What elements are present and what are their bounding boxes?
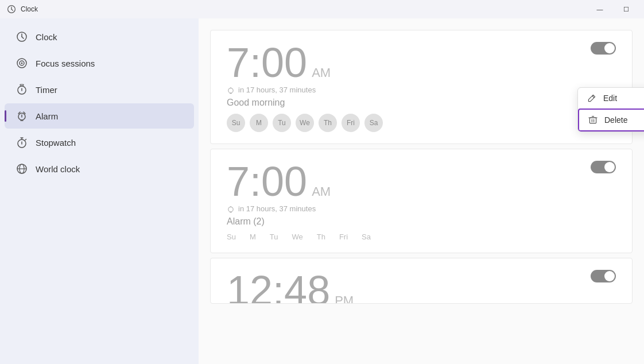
app-title: Clock bbox=[21, 5, 38, 13]
minimize-button[interactable]: — bbox=[587, 0, 613, 18]
alarm-2-until: in 17 hours, 37 minutes bbox=[227, 204, 616, 213]
sidebar-timer-label: Timer bbox=[36, 85, 57, 95]
day-su: Su bbox=[227, 114, 245, 132]
day-2-sa: Sa bbox=[362, 233, 371, 241]
svg-line-21 bbox=[592, 96, 594, 98]
sidebar: Clock Focus sessions Timer bbox=[0, 18, 199, 364]
timer-icon bbox=[16, 84, 28, 95]
context-menu-edit[interactable]: Edit bbox=[578, 88, 644, 109]
alarm-1-ampm: AM bbox=[312, 67, 331, 79]
day-2-fri: Fri bbox=[339, 233, 348, 241]
sidebar-item-focus[interactable]: Focus sessions bbox=[5, 51, 194, 76]
sidebar-stopwatch-label: Stopwatch bbox=[36, 138, 76, 148]
bell-icon-1 bbox=[227, 86, 235, 94]
alarm-1-days: Su M Tu We Th Fri Sa bbox=[227, 114, 616, 132]
alarm-1-toggle-knob bbox=[604, 43, 615, 53]
sidebar-focus-label: Focus sessions bbox=[36, 59, 95, 68]
edit-icon bbox=[587, 94, 596, 103]
day-2-tu: Tu bbox=[270, 233, 278, 241]
delete-label: Delete bbox=[604, 115, 627, 125]
svg-rect-9 bbox=[20, 84, 24, 86]
worldclock-icon bbox=[16, 163, 28, 175]
alarm-2-toggle-knob bbox=[604, 162, 615, 172]
day-2-we: We bbox=[292, 233, 302, 241]
sidebar-clock-label: Clock bbox=[36, 32, 57, 42]
sidebar-item-alarm[interactable]: Alarm bbox=[5, 103, 194, 129]
app-body: Clock Focus sessions Timer bbox=[0, 18, 644, 364]
alarm-card-2: 7:00 AM in 17 hours, 37 minutes Alarm (2… bbox=[210, 149, 633, 253]
app-icon bbox=[7, 5, 16, 14]
day-we: We bbox=[296, 114, 314, 132]
edit-label: Edit bbox=[603, 94, 617, 103]
alarm-2-toggle[interactable] bbox=[591, 161, 616, 173]
title-bar: Clock — ☐ bbox=[0, 0, 644, 18]
alarm-3-time-value: 12:48 bbox=[227, 270, 330, 304]
main-content: 7:00 AM in 17 hours, 37 minutes Good mor… bbox=[199, 18, 644, 364]
svg-point-8 bbox=[21, 63, 23, 64]
alarm-2-time-value: 7:00 bbox=[227, 161, 307, 202]
svg-line-16 bbox=[25, 140, 26, 141]
alarm-2-days: Su M Tu We Th Fri Sa bbox=[227, 233, 616, 241]
window-controls: — ☐ bbox=[587, 0, 639, 18]
alarm-card-3: 12:48 PM bbox=[210, 258, 633, 304]
sidebar-item-stopwatch[interactable]: Stopwatch bbox=[5, 130, 194, 155]
day-2-m: M bbox=[250, 233, 256, 241]
alarm-1-until-text: in 17 hours, 37 minutes bbox=[238, 86, 316, 94]
alarm-2-time: 7:00 AM bbox=[227, 161, 616, 202]
day-sa: Sa bbox=[364, 114, 383, 132]
sidebar-worldclock-label: World clock bbox=[36, 164, 80, 174]
alarm-1-toggle[interactable] bbox=[591, 42, 616, 55]
alarm-1-until: in 17 hours, 37 minutes bbox=[227, 86, 616, 94]
alarm-card-1: 7:00 AM in 17 hours, 37 minutes Good mor… bbox=[210, 30, 633, 144]
sidebar-item-clock[interactable]: Clock bbox=[5, 24, 194, 49]
title-bar-left: Clock bbox=[7, 5, 38, 14]
alarm-1-time-value: 7:00 bbox=[227, 42, 307, 83]
alarm-icon bbox=[16, 110, 28, 122]
focus-icon bbox=[16, 57, 28, 69]
day-fri: Fri bbox=[342, 114, 360, 132]
alarm-2-until-text: in 17 hours, 37 minutes bbox=[238, 204, 316, 213]
alarm-2-name: Alarm (2) bbox=[227, 216, 616, 227]
day-m: M bbox=[250, 114, 268, 132]
alarm-1-time: 7:00 AM bbox=[227, 42, 616, 83]
day-th: Th bbox=[319, 114, 337, 132]
alarm-3-toggle-knob bbox=[604, 271, 615, 281]
day-2-th: Th bbox=[317, 233, 325, 241]
maximize-button[interactable]: ☐ bbox=[613, 0, 639, 18]
sidebar-alarm-label: Alarm bbox=[36, 111, 58, 121]
svg-line-5 bbox=[22, 37, 24, 38]
alarm-3-toggle[interactable] bbox=[591, 270, 616, 282]
stopwatch-icon bbox=[16, 137, 28, 148]
sidebar-item-worldclock[interactable]: World clock bbox=[5, 156, 194, 181]
alarm-3-ampm: PM bbox=[335, 295, 354, 304]
day-2-su: Su bbox=[227, 233, 236, 241]
alarm-1-name: Good morning bbox=[227, 98, 616, 108]
svg-line-2 bbox=[11, 9, 13, 10]
svg-rect-22 bbox=[589, 118, 596, 123]
day-tu: Tu bbox=[273, 114, 291, 132]
alarm-3-time: 12:48 PM bbox=[227, 270, 616, 304]
context-menu: Edit Delete bbox=[577, 87, 644, 132]
bell-icon-2 bbox=[227, 205, 235, 213]
trash-icon bbox=[588, 115, 598, 125]
alarm-2-ampm: AM bbox=[312, 185, 331, 198]
context-menu-delete[interactable]: Delete bbox=[578, 109, 644, 131]
clock-icon bbox=[16, 31, 28, 42]
sidebar-item-timer[interactable]: Timer bbox=[5, 77, 194, 102]
